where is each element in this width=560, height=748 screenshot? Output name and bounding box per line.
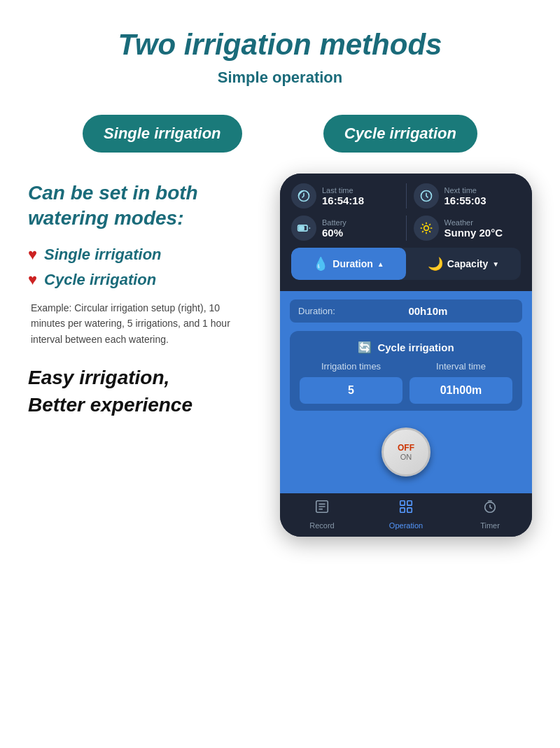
next-time-block: Next time 16:55:03 (414, 183, 522, 209)
phone-bottom-nav: Record Operation (280, 493, 532, 537)
left-panel: Can be set in both watering modes: ♥ Sin… (21, 174, 259, 537)
cycle-refresh-icon: 🔄 (358, 341, 372, 354)
battery-value: 60% (322, 227, 346, 239)
svg-rect-19 (407, 501, 412, 505)
example-text: Example: Circular irrigation setup (righ… (28, 300, 252, 347)
record-icon (314, 499, 330, 518)
water-drop-icon: 💧 (313, 256, 328, 271)
cycle-values: 5 01h00m (300, 377, 512, 404)
weather-block: Weather Sunny 20°C (414, 216, 522, 241)
svg-line-10 (422, 224, 424, 225)
next-time-icon (414, 183, 439, 209)
right-panel: Last time 16:54:18 (273, 174, 539, 537)
divider-1 (406, 183, 407, 209)
duration-label: Duration: (298, 306, 335, 316)
weather-label: Weather (444, 218, 503, 227)
easy-text: Easy irrigation, Better experience (28, 364, 252, 418)
heart-icon-1: ♥ (28, 246, 37, 264)
bullet-single: ♥ Single irrigation (28, 246, 252, 264)
cycle-box: 🔄 Cycle irrigation Irrigation times Inte… (290, 331, 522, 411)
duration-value: 00h10m (342, 305, 514, 317)
weather-value: Sunny 20°C (444, 227, 503, 239)
bullet-single-text: Single irrigation (44, 246, 161, 264)
nav-record-label: Record (309, 521, 334, 530)
svg-rect-4 (299, 227, 304, 230)
cycle-title: Cycle irrigation (377, 341, 454, 353)
main-content: Can be set in both watering modes: ♥ Sin… (0, 167, 560, 551)
next-time-value: 16:55:03 (444, 195, 486, 206)
next-time-label: Next time (444, 186, 486, 195)
svg-line-11 (429, 231, 430, 232)
tab-capacity[interactable]: 🌙 Capacity ▼ (406, 248, 521, 280)
main-title: Two irrigation methods (14, 28, 546, 62)
single-irrigation-badge: Single irrigation (83, 115, 241, 153)
toggle-area: OFF ON (290, 422, 522, 484)
nav-timer-label: Timer (480, 521, 500, 530)
irrigation-times-value[interactable]: 5 (300, 377, 402, 404)
sub-title: Simple operation (14, 69, 546, 87)
weather-icon (414, 216, 439, 241)
svg-rect-20 (400, 508, 405, 512)
svg-line-12 (429, 224, 430, 225)
last-time-icon (291, 183, 316, 209)
battery-block: Battery 60% (291, 216, 399, 241)
last-time-value: 16:54:18 (322, 195, 364, 206)
last-time-block: Last time 16:54:18 (291, 183, 399, 209)
battery-info: Battery 60% (322, 218, 346, 239)
weather-info: Weather Sunny 20°C (444, 218, 503, 239)
nav-operation[interactable]: Operation (382, 499, 430, 530)
nav-timer[interactable]: Timer (465, 499, 514, 530)
phone-info-row2: Battery 60% (291, 216, 521, 241)
cycle-headers: Irrigation times Interval time (300, 361, 512, 372)
toggle-on-label: ON (400, 453, 412, 461)
badges-row: Single irrigation Cycle irrigation (0, 101, 560, 167)
irrigation-times-header: Irrigation times (300, 361, 402, 372)
last-time-info: Last time 16:54:18 (322, 186, 364, 206)
tab-duration-label: Duration (332, 258, 373, 269)
nav-operation-label: Operation (389, 521, 423, 530)
svg-rect-21 (407, 508, 412, 512)
interval-time-header: Interval time (410, 361, 512, 372)
phone-top: Last time 16:54:18 (280, 174, 532, 291)
capacity-icon: 🌙 (428, 256, 443, 271)
battery-icon (291, 216, 316, 241)
divider-2 (406, 216, 407, 241)
power-toggle-button[interactable]: OFF ON (382, 428, 430, 477)
can-be-set-text: Can be set in both watering modes: (28, 181, 252, 232)
tab-duration-arrow: ▲ (377, 260, 384, 268)
toggle-off-label: OFF (398, 443, 414, 453)
bullet-cycle-text: Cycle irrigation (44, 271, 156, 289)
battery-label: Battery (322, 218, 346, 227)
header-section: Two irrigation methods Simple operation (0, 0, 560, 101)
phone-tab-row: 💧 Duration ▲ 🌙 Capacity ▼ (291, 248, 521, 280)
tab-capacity-label: Capacity (447, 258, 488, 269)
cycle-irrigation-badge: Cycle irrigation (323, 115, 477, 153)
phone-mockup: Last time 16:54:18 (280, 174, 532, 537)
duration-row: Duration: 00h10m (290, 299, 522, 323)
cycle-title-row: 🔄 Cycle irrigation (300, 341, 512, 354)
next-time-info: Next time 16:55:03 (444, 186, 486, 206)
heart-icon-2: ♥ (28, 271, 37, 289)
bullet-cycle: ♥ Cycle irrigation (28, 271, 252, 289)
phone-info-row1: Last time 16:54:18 (291, 183, 521, 209)
phone-content: Duration: 00h10m 🔄 Cycle irrigation Irri… (280, 291, 532, 493)
svg-rect-18 (400, 501, 405, 505)
svg-point-5 (424, 226, 428, 231)
interval-time-value[interactable]: 01h00m (410, 377, 512, 404)
nav-record[interactable]: Record (298, 499, 346, 530)
timer-icon (482, 499, 498, 518)
tab-duration[interactable]: 💧 Duration ▲ (291, 248, 406, 280)
svg-line-13 (422, 231, 424, 232)
last-time-label: Last time (322, 186, 364, 195)
tab-capacity-arrow: ▼ (492, 260, 499, 268)
operation-icon (398, 499, 414, 518)
